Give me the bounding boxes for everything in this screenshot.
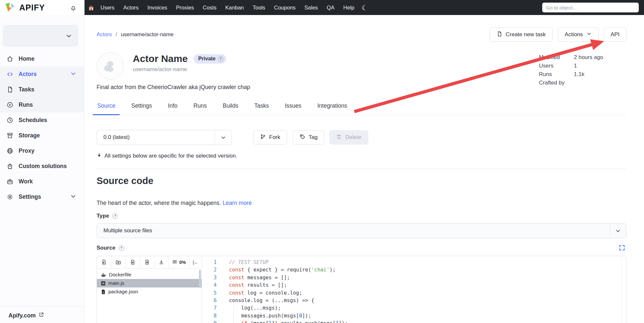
create-new-task-label: Create new task <box>506 31 546 38</box>
sidebar-item-settings[interactable]: Settings <box>0 189 84 205</box>
tab-integrations[interactable]: Integrations <box>317 102 348 115</box>
actions-dropdown-button[interactable]: Actions <box>558 27 599 42</box>
tree-scrollbar[interactable] <box>199 270 201 288</box>
code-text: const log = console.log; <box>217 290 302 298</box>
code-scrollbar-track[interactable] <box>621 259 621 323</box>
new-file-icon[interactable] <box>97 256 111 268</box>
collapse-left-icon[interactable]: |← <box>190 256 202 268</box>
fork-label: Fork <box>269 134 280 141</box>
code-text: messages.push(msgs[0]); <box>217 313 311 320</box>
editor-toolbar: 0%|← <box>97 256 202 269</box>
sidebar-item-label: Tasks <box>19 86 34 93</box>
help-question-icon[interactable]: ? <box>218 56 223 62</box>
tag-icon <box>299 134 305 141</box>
sidebar-item-label: Runs <box>19 101 33 108</box>
code-line: 5const log = console.log; <box>202 290 626 298</box>
new-folder-icon[interactable] <box>111 256 126 268</box>
sidebar-item-runs[interactable]: Runs <box>0 97 84 113</box>
api-label: API <box>611 31 620 38</box>
docker-icon <box>101 272 106 277</box>
apify-logo[interactable]: APIFY <box>5 2 45 13</box>
code-line: 2const { expect } = require('chai'); <box>202 267 626 274</box>
nav-item-invoices[interactable]: Invoices <box>147 5 167 11</box>
delete-button[interactable]: Delete <box>329 130 368 145</box>
nav-item-sales[interactable]: Sales <box>304 5 318 11</box>
js-icon: JS <box>101 281 106 286</box>
meta-label: Crafted by <box>539 80 574 86</box>
tab-source[interactable]: Source <box>97 102 116 115</box>
create-new-task-button[interactable]: Create new task <box>490 27 553 42</box>
meta-value: 2 hours ago <box>574 54 603 61</box>
type-select[interactable]: Multiple source files <box>97 223 626 238</box>
nav-item-costs[interactable]: Costs <box>203 5 216 11</box>
tree-file-main.js[interactable]: JSmain.js <box>97 279 202 287</box>
section-divider <box>97 168 626 169</box>
version-select[interactable]: 0.0 (latest) <box>97 130 232 145</box>
sidebar-item-tasks[interactable]: Tasks <box>0 82 84 97</box>
tab-info[interactable]: Info <box>167 102 178 115</box>
fullscreen-icon[interactable] <box>619 244 625 253</box>
sidebar-item-work[interactable]: Work <box>0 174 84 189</box>
code-line: 3const messages = []; <box>202 275 626 282</box>
sidebar-item-custom-solutions[interactable]: Custom solutions <box>0 159 84 174</box>
source-code-editor: 0%|← DockerfileJSmain.js{}package.json 1… <box>97 256 626 323</box>
help-question-icon[interactable]: ? <box>112 213 118 219</box>
source-code-subtitle: The heart of the actor, where the magic … <box>97 200 252 207</box>
sidebar-item-proxy[interactable]: Proxy <box>0 143 84 159</box>
tree-file-Dockerfile[interactable]: Dockerfile <box>97 270 202 279</box>
tree-file-package.json[interactable]: {}package.json <box>97 287 202 296</box>
help-question-icon[interactable]: ? <box>119 245 124 251</box>
sidebar-group-actors: ActorsTasksRuns <box>0 67 84 113</box>
house-icon[interactable] <box>88 4 95 11</box>
version-note: All settings below are specific for the … <box>97 152 237 160</box>
menu-lines-icon <box>172 259 177 266</box>
file-list: DockerfileJSmain.js{}package.json <box>97 270 202 296</box>
learn-more-link[interactable]: Learn more <box>222 200 252 206</box>
sidebar-footer-link-apify-com[interactable]: Apify.com <box>0 306 84 319</box>
fork-button[interactable]: Fork <box>253 130 287 145</box>
nav-item-actors[interactable]: Actors <box>123 5 139 11</box>
editor-zoom-indicator[interactable]: 0% <box>169 256 190 268</box>
file-name: main.js <box>108 280 124 286</box>
sidebar-item-storage[interactable]: Storage <box>0 128 84 143</box>
breadcrumb-actors-link[interactable]: Actors <box>97 31 112 37</box>
chevron-down-icon <box>610 223 626 238</box>
notifications-bell-icon[interactable] <box>69 4 77 13</box>
tab-builds[interactable]: Builds <box>222 102 239 115</box>
actions-label: Actions <box>565 31 583 38</box>
dark-mode-moon-icon[interactable]: ☾ <box>361 4 368 11</box>
api-button[interactable]: API <box>604 27 626 42</box>
upload-file-icon[interactable] <box>126 256 140 268</box>
nav-item-proxies[interactable]: Proxies <box>176 5 194 11</box>
nav-item-qa[interactable]: QA <box>327 5 334 11</box>
code-pane[interactable]: 1// TEST SETUP2const { expect } = requir… <box>202 256 626 323</box>
sidebar-item-home[interactable]: Home <box>0 51 84 67</box>
account-switcher[interactable] <box>3 25 78 47</box>
actor-name: Actor Name <box>133 53 188 64</box>
nav-item-users[interactable]: Users <box>100 5 115 11</box>
sidebar-item-schedules[interactable]: Schedules <box>0 113 84 128</box>
file-tree-pane: 0%|← DockerfileJSmain.js{}package.json <box>97 256 202 323</box>
header-actions: Create new task Actions API <box>490 27 626 42</box>
line-number: 7 <box>202 305 217 313</box>
sidebar-nav: HomeActorsTasksRunsSchedulesStorageProxy… <box>0 51 84 205</box>
tab-runs[interactable]: Runs <box>193 102 207 115</box>
source-code-title: Source code <box>97 176 153 186</box>
nav-item-coupons[interactable]: Coupons <box>274 5 296 11</box>
code-line: 7 log(...msgs); <box>202 305 626 313</box>
tab-settings[interactable]: Settings <box>130 102 152 115</box>
nav-item-help[interactable]: Help <box>343 5 354 11</box>
tag-button[interactable]: Tag <box>293 130 324 145</box>
tab-issues[interactable]: Issues <box>284 102 302 115</box>
file-name: package.json <box>108 289 138 295</box>
go-to-object-input[interactable] <box>542 3 639 12</box>
delete-label: Delete <box>345 134 361 141</box>
import-file-icon[interactable] <box>140 256 154 268</box>
download-icon[interactable] <box>154 256 169 268</box>
version-toolbar: 0.0 (latest) Fork Tag <box>97 130 368 145</box>
tab-tasks[interactable]: Tasks <box>253 102 269 115</box>
nav-item-tools[interactable]: Tools <box>253 5 266 11</box>
json-icon: {} <box>101 289 106 294</box>
nav-item-kanban[interactable]: Kanban <box>225 5 244 11</box>
sidebar-item-actors[interactable]: Actors <box>0 67 84 82</box>
